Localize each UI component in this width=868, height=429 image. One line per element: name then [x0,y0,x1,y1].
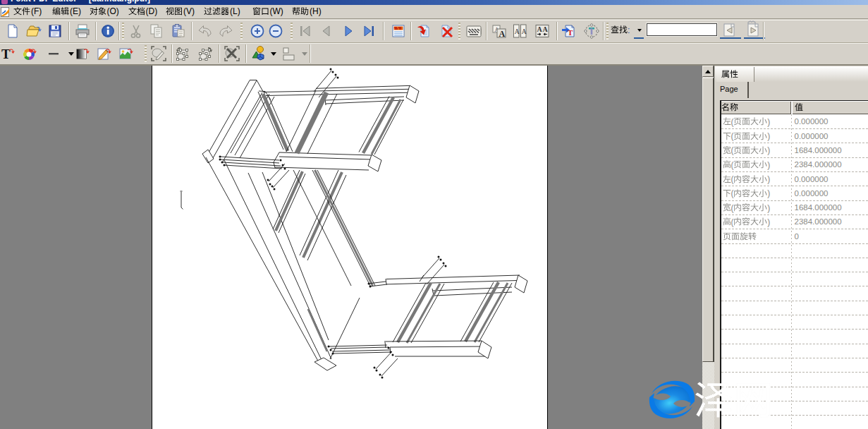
svg-text:A: A [499,29,505,39]
svg-text:T: T [568,28,573,37]
svg-text:A: A [543,25,549,33]
svg-text:A: A [515,28,520,35]
svg-text:A: A [537,25,543,33]
svg-text:A: A [522,28,527,35]
svg-text:T: T [1,47,11,61]
